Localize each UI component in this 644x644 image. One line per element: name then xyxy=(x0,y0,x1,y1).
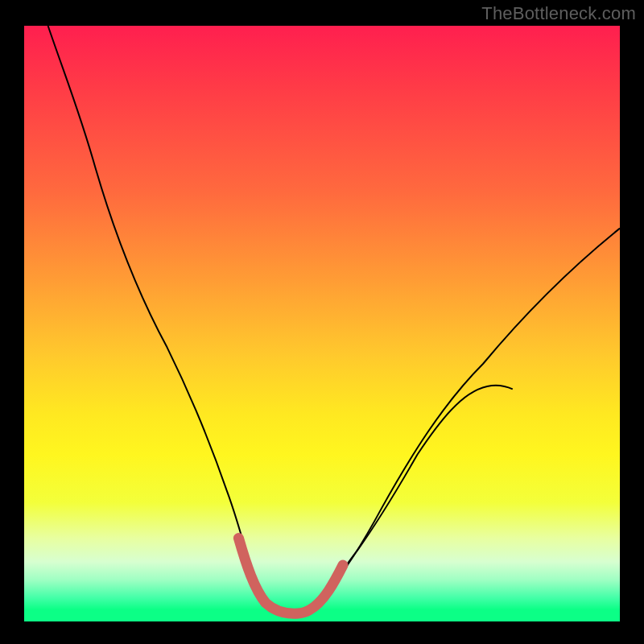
curve-svg xyxy=(24,26,620,621)
optimal-range-highlight xyxy=(238,538,343,613)
plot-area xyxy=(24,26,620,621)
watermark-text: TheBottleneck.com xyxy=(481,3,636,24)
chart-frame: TheBottleneck.com xyxy=(0,0,644,644)
bottleneck-curve-right xyxy=(250,229,620,613)
bottleneck-curve xyxy=(48,26,513,613)
